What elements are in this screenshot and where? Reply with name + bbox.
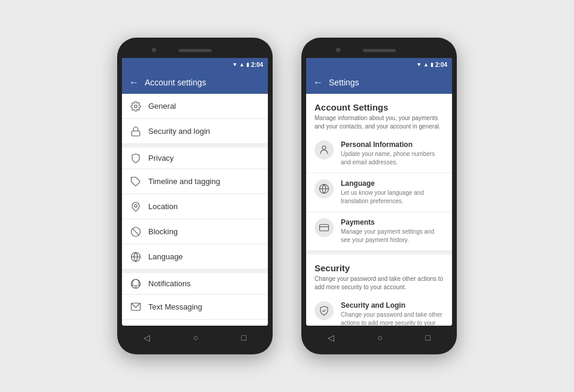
account-section-title: Account Settings xyxy=(315,102,444,112)
card-icon-wrap xyxy=(315,218,334,237)
back-button-right[interactable]: ← xyxy=(313,77,323,88)
settings-item-language[interactable]: Language xyxy=(122,244,268,270)
settings-item-notifications[interactable]: Notifications xyxy=(122,270,268,295)
settings-item-security[interactable]: Security and login xyxy=(122,119,268,144)
notifications-icon xyxy=(130,278,141,289)
settings-item-text-messaging[interactable]: Text Messaging xyxy=(122,295,268,320)
person-icon xyxy=(319,145,329,155)
language-text: Language Let us know your language and t… xyxy=(341,179,444,206)
speaker-right xyxy=(363,49,396,52)
battery-icon-right: ▮ xyxy=(430,62,433,68)
lock-icon xyxy=(130,126,141,137)
status-icons-right: ▼ ▲ ▮ 2:04 xyxy=(416,62,447,68)
speaker-left xyxy=(179,49,212,52)
phone-right: ▼ ▲ ▮ 2:04 ← Settings Account Settings M… xyxy=(301,38,457,354)
security-login-title: Security and Login xyxy=(341,301,444,310)
phone-bottom-bar-right: ◁ ○ □ xyxy=(306,328,452,347)
nav-recent-left[interactable]: □ xyxy=(242,333,246,342)
phone-top-bar-right xyxy=(306,45,452,56)
nav-home-right[interactable]: ○ xyxy=(377,333,382,342)
settings-item-location[interactable]: Location xyxy=(122,194,268,219)
lock-outline-icon xyxy=(130,153,141,164)
detail-item-payments[interactable]: Payments Manage your payment settings an… xyxy=(306,212,452,251)
wifi-icon-left: ▼ xyxy=(232,62,237,68)
phone-bottom-bar-left: ◁ ○ □ xyxy=(122,328,268,347)
svg-rect-1 xyxy=(132,131,140,136)
signal-icon-right: ▲ xyxy=(423,62,429,68)
settings-label-timeline: Timeline and tagging xyxy=(148,177,220,186)
globe-icon xyxy=(130,252,141,262)
wifi-icon-right: ▼ xyxy=(416,62,422,68)
globe-icon-detail xyxy=(319,183,329,194)
app-header-left: ← Account settings xyxy=(122,71,268,94)
header-title-left: Account settings xyxy=(145,78,206,87)
settings-label-language: Language xyxy=(148,252,183,261)
language-desc: Let us know your language and translatio… xyxy=(341,189,444,206)
scene: ▼ ▲ ▮ 2:04 ← Account settings General xyxy=(0,0,574,392)
account-section-desc: Manage information about you, your payme… xyxy=(315,114,444,131)
battery-icon-left: ▮ xyxy=(246,62,249,68)
block-icon xyxy=(130,226,141,237)
svg-point-3 xyxy=(135,204,138,207)
settings-item-blocking[interactable]: Blocking xyxy=(122,219,268,244)
security-section-title: Security xyxy=(315,263,444,273)
phone-left: ▼ ▲ ▮ 2:04 ← Account settings General xyxy=(117,38,273,354)
status-time-left: 2:04 xyxy=(251,62,263,68)
camera-right xyxy=(336,48,340,52)
settings-label-general: General xyxy=(148,102,176,111)
svg-rect-13 xyxy=(320,225,329,231)
settings-item-privacy[interactable]: Privacy xyxy=(122,144,268,169)
status-bar-right: ▼ ▲ ▮ 2:04 xyxy=(306,58,452,71)
settings-item-timeline[interactable]: Timeline and tagging xyxy=(122,169,268,194)
settings-item-public-posts[interactable]: Public Posts xyxy=(122,320,268,326)
detail-content-right: Account Settings Manage information abou… xyxy=(306,94,452,326)
security-section-desc: Change your password and take other acti… xyxy=(315,275,444,292)
payments-title: Payments xyxy=(341,218,444,226)
personal-info-desc: Update your name, phone numbers and emai… xyxy=(341,150,444,167)
svg-line-5 xyxy=(133,228,139,235)
shield-icon-wrap xyxy=(315,301,334,320)
tag-icon xyxy=(130,176,141,187)
phone-top-bar-left xyxy=(122,45,268,56)
settings-list-left: General Security and login Privacy xyxy=(122,94,268,326)
camera-left xyxy=(152,48,156,52)
detail-item-security-login[interactable]: Security and Login Change your password … xyxy=(306,295,452,326)
back-button-left[interactable]: ← xyxy=(129,77,139,88)
settings-label-privacy: Privacy xyxy=(148,154,174,163)
nav-back-right[interactable]: ◁ xyxy=(328,333,334,342)
gear-icon xyxy=(130,101,141,112)
settings-label-location: Location xyxy=(148,202,178,211)
security-login-text: Security and Login Change your password … xyxy=(341,301,444,326)
shield-icon xyxy=(319,305,329,316)
svg-point-0 xyxy=(135,105,138,108)
settings-item-general[interactable]: General xyxy=(122,94,268,119)
settings-label-blocking: Blocking xyxy=(148,227,178,236)
nav-home-left[interactable]: ○ xyxy=(193,333,198,342)
personal-info-text: Personal Information Update your name, p… xyxy=(341,140,444,167)
detail-item-language[interactable]: Language Let us know your language and t… xyxy=(306,173,452,212)
account-section-header: Account Settings Manage information abou… xyxy=(306,94,452,134)
status-icons-left: ▼ ▲ ▮ 2:04 xyxy=(232,62,263,68)
settings-label-security: Security and login xyxy=(148,127,210,136)
svg-point-10 xyxy=(322,146,326,149)
message-icon xyxy=(130,302,141,313)
security-login-desc: Change your password and take other acti… xyxy=(341,311,444,326)
payments-text: Payments Manage your payment settings an… xyxy=(341,218,444,244)
nav-back-left[interactable]: ◁ xyxy=(144,333,150,342)
app-header-right: ← Settings xyxy=(306,71,452,94)
security-section-header: Security Change your password and take o… xyxy=(306,255,452,295)
payments-desc: Manage your payment settings and see you… xyxy=(341,228,444,244)
settings-label-text-messaging: Text Messaging xyxy=(148,302,202,311)
status-bar-left: ▼ ▲ ▮ 2:04 xyxy=(122,58,268,71)
location-icon xyxy=(130,201,141,212)
detail-item-personal-info[interactable]: Personal Information Update your name, p… xyxy=(306,134,452,173)
language-title: Language xyxy=(341,179,444,188)
personal-info-title: Personal Information xyxy=(341,140,444,149)
person-icon-wrap xyxy=(315,140,334,160)
nav-recent-right[interactable]: □ xyxy=(426,333,430,342)
globe-icon-wrap-detail xyxy=(315,179,334,198)
header-title-right: Settings xyxy=(329,78,359,87)
signal-icon-left: ▲ xyxy=(239,62,245,68)
status-time-right: 2:04 xyxy=(435,62,447,68)
settings-label-notifications: Notifications xyxy=(148,279,191,288)
